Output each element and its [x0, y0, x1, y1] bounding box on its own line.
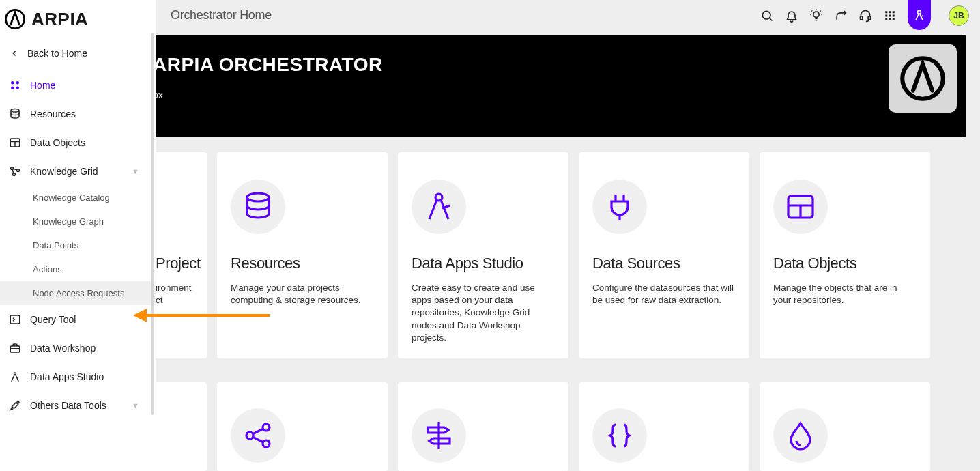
card-data-sources[interactable]: Data Sources Configure the datasources t… — [579, 152, 749, 358]
main-content: ARPIA ORCHESTRATOR ox Project ironment c… — [156, 31, 980, 471]
svg-rect-31 — [885, 11, 887, 13]
page-title: Orchestrator Home — [171, 8, 272, 23]
subnav-node-access-requests[interactable]: Node Access Requests — [0, 281, 156, 305]
svg-point-42 — [247, 193, 269, 201]
svg-point-43 — [435, 194, 442, 201]
subnav-knowledge-catalog[interactable]: Knowledge Catalog — [0, 186, 156, 210]
nav-data-apps-studio[interactable]: Data Apps Studio — [0, 362, 156, 391]
svg-point-40 — [918, 10, 921, 14]
user-avatar[interactable]: JB — [949, 5, 969, 26]
share-icon[interactable] — [834, 9, 848, 23]
nav-knowledge-grid[interactable]: Knowledge Grid ▼ — [0, 157, 156, 186]
svg-rect-33 — [893, 11, 895, 13]
svg-rect-39 — [893, 18, 895, 20]
nav-data-workshop[interactable]: Data Workshop — [0, 334, 156, 362]
svg-point-19 — [762, 11, 770, 19]
card-desc: ironment ct — [156, 282, 193, 306]
brand-name: ARPIA — [31, 9, 88, 30]
apps-grid-icon[interactable] — [883, 9, 897, 23]
compass-icon — [8, 371, 22, 383]
nav-data-apps-studio-label: Data Apps Studio — [30, 371, 104, 382]
nav-data-objects[interactable]: Data Objects — [0, 128, 156, 157]
toolbox-icon — [8, 342, 22, 354]
plug-icon — [592, 180, 647, 234]
back-to-home[interactable]: Back to Home — [0, 42, 156, 71]
braces-icon — [592, 408, 647, 463]
signpost-icon — [412, 408, 466, 463]
nav-others-label: Others Data Tools — [30, 400, 106, 411]
hero-title: ARPIA ORCHESTRATOR — [156, 54, 953, 76]
svg-line-50 — [253, 429, 263, 434]
card-title: Project — [156, 255, 193, 272]
network-icon — [8, 165, 22, 177]
topbar: Orchestrator Home JB — [156, 0, 980, 31]
svg-point-3 — [11, 87, 14, 90]
droplet-icon — [773, 408, 828, 463]
svg-point-1 — [11, 81, 14, 85]
nav-home-label: Home — [30, 80, 55, 91]
svg-line-51 — [253, 437, 263, 442]
hero-logo-tile — [889, 44, 957, 113]
compass-icon — [412, 180, 466, 234]
arpia-logo-icon — [4, 8, 26, 30]
bell-icon[interactable] — [785, 9, 798, 23]
card-row2-3[interactable] — [579, 382, 749, 471]
svg-rect-35 — [889, 14, 891, 16]
card-resources[interactable]: Resources Manage your data projects comp… — [217, 152, 388, 358]
table-icon — [773, 180, 828, 234]
card-row-2 — [156, 358, 980, 471]
lightbulb-icon[interactable] — [809, 9, 823, 23]
card-desc: Manage the objects that are in your repo… — [773, 282, 917, 306]
card-row2-0[interactable] — [156, 382, 207, 471]
svg-point-17 — [14, 373, 16, 375]
card-row2-1[interactable] — [217, 382, 388, 471]
svg-rect-36 — [893, 14, 895, 16]
card-desc: Manage your data projects computing & st… — [231, 282, 374, 306]
subnav-actions[interactable]: Actions — [0, 257, 156, 281]
svg-rect-32 — [889, 11, 891, 13]
brand-logo[interactable]: ARPIA — [0, 0, 156, 42]
nav-home[interactable]: Home — [0, 71, 156, 100]
card-desc: Configure the datasources that will be u… — [592, 282, 736, 306]
card-data-objects[interactable]: Data Objects Manage the objects that are… — [760, 152, 930, 358]
card-title: Data Objects — [773, 255, 917, 272]
card-title: Data Sources — [592, 255, 736, 272]
nav-resources[interactable]: Resources — [0, 100, 156, 128]
svg-rect-30 — [868, 16, 870, 19]
database-icon — [231, 180, 285, 234]
nav-data-workshop-label: Data Workshop — [30, 343, 96, 354]
card-row2-2[interactable] — [398, 382, 568, 471]
chevron-down-icon: ▼ — [132, 401, 139, 410]
svg-point-21 — [813, 12, 819, 17]
subnav-knowledge-graph[interactable]: Knowledge Graph — [0, 210, 156, 233]
card-title: Resources — [231, 255, 374, 272]
card-desc: Create easy to create and use apps based… — [412, 282, 555, 344]
svg-line-23 — [820, 10, 821, 11]
card-row-1: Project ironment ct Resources Manage you… — [156, 137, 980, 358]
ai-assistant-button[interactable] — [908, 0, 931, 30]
chevron-left-icon — [10, 48, 19, 58]
topbar-actions: JB — [760, 1, 969, 30]
nav-knowledge-grid-label: Knowledge Grid — [30, 166, 98, 177]
svg-point-4 — [16, 87, 20, 90]
svg-point-2 — [16, 81, 20, 85]
search-icon[interactable] — [760, 9, 774, 23]
svg-point-9 — [11, 167, 14, 170]
database-icon — [8, 108, 22, 120]
svg-line-12 — [13, 169, 17, 170]
nav-resources-label: Resources — [30, 109, 76, 119]
card-project[interactable]: Project ironment ct — [156, 152, 207, 358]
svg-rect-38 — [889, 18, 891, 20]
hero-subtitle: ox — [156, 89, 953, 100]
subnav-data-points[interactable]: Data Points — [0, 233, 156, 257]
nav-others-data-tools[interactable]: Others Data Tools ▼ — [0, 391, 156, 420]
home-dots-icon — [8, 79, 22, 91]
table-icon — [8, 137, 22, 149]
headset-icon[interactable] — [859, 9, 872, 23]
nav-query-tool[interactable]: Query Tool — [0, 305, 156, 334]
svg-point-11 — [13, 173, 16, 176]
tools-icon — [8, 399, 22, 412]
card-data-apps-studio[interactable]: Data Apps Studio Create easy to create a… — [398, 152, 568, 358]
nav-data-objects-label: Data Objects — [30, 137, 85, 148]
card-row2-4[interactable] — [760, 382, 930, 471]
